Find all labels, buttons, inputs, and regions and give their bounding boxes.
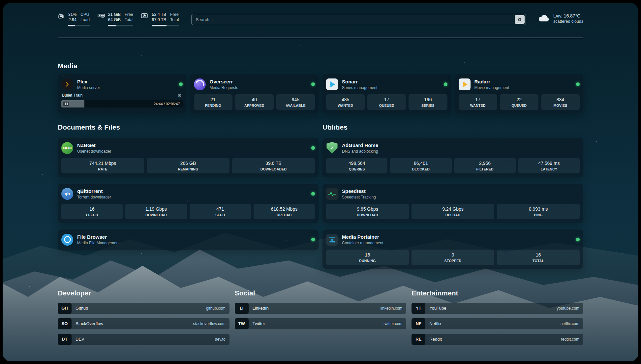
reddit-icon: RE	[412, 334, 425, 345]
plex-icon	[61, 78, 73, 90]
cpu-percent: 31%	[68, 12, 76, 17]
disk-icon	[141, 13, 148, 18]
app-subtitle: Media File Management	[77, 241, 120, 245]
app-subtitle: Usenet downloader	[77, 149, 111, 154]
bookmark-group-social: Social LI LinkedIn linkedin.com TW Twitt…	[235, 289, 407, 345]
stat-pending: 21 PENDING	[194, 94, 232, 110]
disk-total-label: Total	[170, 17, 179, 22]
stat-latency: 47.569 ms LATENCY	[518, 158, 580, 173]
app-card-adguard[interactable]: ✓ AdGuard Home DNS and adblocking 498,56…	[322, 138, 583, 177]
adguard-icon: ✓	[326, 142, 338, 154]
netflix-icon: NF	[412, 318, 425, 329]
bookmark-github[interactable]: GH Github github.com	[58, 303, 229, 314]
stat-movies: 834 MOVIES	[541, 94, 580, 110]
search-input[interactable]	[191, 14, 526, 25]
stat-upload: 618.52 Mbps UPLOAD	[254, 204, 315, 219]
status-dot-online	[311, 192, 315, 196]
cpu-label: CPU	[80, 12, 89, 17]
app-name: qBittorrent	[77, 188, 111, 194]
disk-monitor: 52.4 TB 97.9 TB Free Total	[141, 12, 179, 26]
disk-total-value: 97.9 TB	[152, 17, 166, 22]
ram-monitor: 21 GiB 64 GiB Free Total	[98, 12, 134, 26]
section-title-social: Social	[235, 289, 407, 297]
app-card-plex[interactable]: Plex Media server Bullet Train ⚙ 24:44 /…	[58, 74, 186, 113]
stat-download: 1.19 Gbps DOWNLOAD	[125, 204, 187, 219]
stat-approved: 40 APPROVED	[235, 94, 274, 110]
disk-free-value: 52.4 TB	[152, 12, 166, 17]
app-name: Plex	[77, 79, 100, 84]
linkedin-icon: LI	[235, 303, 249, 314]
utilities-column: Utilities ✓ AdGuard Home DNS and adblock…	[322, 123, 583, 269]
ram-free-value: 21 GiB	[108, 12, 121, 17]
header-divider	[58, 38, 583, 38]
weather-location: Lviv, 16.87°C	[553, 13, 583, 18]
app-subtitle: Media Requests	[210, 85, 238, 90]
app-name: Media Portainer	[342, 234, 383, 240]
portainer-icon	[326, 234, 338, 246]
app-name: Overseerr	[210, 79, 238, 84]
stat-wanted: 17 WANTED	[459, 94, 497, 110]
cpu-load-value: 2.94	[69, 17, 76, 22]
app-subtitle: Container management	[342, 241, 383, 245]
bookmark-dev[interactable]: DT DEV dev.to	[58, 334, 229, 345]
app-subtitle: Torrent downloader	[77, 195, 111, 199]
app-card-radarr[interactable]: Radarr Movie management 17 WANTED 22 QUE…	[455, 74, 584, 113]
stat-rate: 744.21 Mbps RATE	[61, 158, 144, 173]
ram-icon	[98, 13, 105, 18]
top-bar: 31% 2.94 CPU Load	[58, 3, 583, 26]
app-card-nzbget[interactable]: nzbget NZBGet Usenet downloader 744.21 M…	[58, 138, 319, 177]
disk-free-label: Free	[170, 12, 179, 17]
bookmark-reddit[interactable]: RE Reddit reddit.com	[412, 334, 583, 345]
app-subtitle: Media server	[77, 85, 100, 90]
search-engine-button[interactable]: G	[515, 15, 525, 24]
status-dot-online	[311, 146, 315, 150]
dashboard-canvas: 31% 2.94 CPU Load	[3, 3, 638, 361]
stat-series: 196 SERIES	[409, 94, 447, 110]
stat-upload: 9.24 Gbps UPLOAD	[412, 204, 494, 219]
disk-progress-track	[152, 25, 179, 26]
bookmark-group-developer: Developer GH Github github.com SO StackO…	[58, 289, 229, 345]
app-name: AdGuard Home	[342, 142, 378, 148]
weather-widget: Lviv, 16.87°C scattered clouds	[538, 13, 583, 24]
search-bar: G	[191, 14, 526, 25]
sonarr-icon	[326, 78, 338, 90]
app-card-qbittorrent[interactable]: qb qBittorrent Torrent downloader 16 LEE…	[58, 184, 319, 223]
settings-gear-icon[interactable]: ⚙	[177, 93, 182, 98]
cpu-progress-track	[68, 25, 90, 26]
stat-ping: 0.993 ms PING	[497, 204, 580, 219]
status-dot-online	[576, 238, 580, 241]
stat-download: 9.65 Gbps DOWNLOAD	[326, 204, 409, 219]
app-name: NZBGet	[77, 142, 111, 148]
section-title-developer: Developer	[58, 289, 229, 297]
app-card-filebrowser[interactable]: File Browser Media File Management	[58, 229, 319, 250]
app-subtitle: Speedtest Tracking	[342, 195, 376, 199]
section-title-utilities: Utilities	[322, 123, 583, 131]
bookmark-netflix[interactable]: NF Netflix netflix.com	[412, 318, 583, 329]
app-card-overseerr[interactable]: Overseerr Media Requests 21 PENDING 40 A…	[190, 74, 319, 113]
bookmark-linkedin[interactable]: LI LinkedIn linkedin.com	[235, 303, 407, 314]
playback-progress-bar[interactable]: 24:44 / 02:06:47	[61, 100, 183, 107]
ram-progress-track	[108, 25, 134, 26]
section-title-entertainment: Entertainment	[412, 289, 583, 297]
app-name: Speedtest	[342, 188, 376, 194]
stat-blocked: 86,401 BLOCKED	[390, 158, 451, 173]
stat-seed: 471 SEED	[190, 204, 251, 219]
app-card-speedtest[interactable]: Speedtest Speedtest Tracking 9.65 Gbps D…	[322, 184, 583, 223]
qbittorrent-icon: qb	[61, 188, 73, 200]
bookmark-youtube[interactable]: YT YouTube youtube.com	[412, 303, 583, 314]
stackoverflow-icon: SO	[58, 318, 72, 329]
filebrowser-icon	[61, 234, 73, 246]
status-dot-online	[311, 238, 315, 241]
stat-filtered: 2,956 FILTERED	[454, 158, 516, 173]
app-card-sonarr[interactable]: Sonarr Series management 485 WANTED 17 Q…	[322, 74, 451, 113]
radarr-icon	[459, 78, 471, 90]
bookmark-stackoverflow[interactable]: SO StackOverflow stackoverflow.com	[58, 318, 229, 329]
pause-icon[interactable]	[63, 102, 69, 106]
status-dot-online	[311, 82, 315, 86]
cpu-monitor: 31% 2.94 CPU Load	[58, 12, 90, 26]
stat-total: 16 TOTAL	[497, 250, 580, 265]
app-subtitle: Movie management	[474, 85, 509, 90]
bookmark-twitter[interactable]: TW Twitter twitter.com	[235, 318, 407, 329]
app-card-portainer[interactable]: Media Portainer Container management 16 …	[322, 229, 583, 269]
overseerr-icon	[194, 78, 206, 90]
